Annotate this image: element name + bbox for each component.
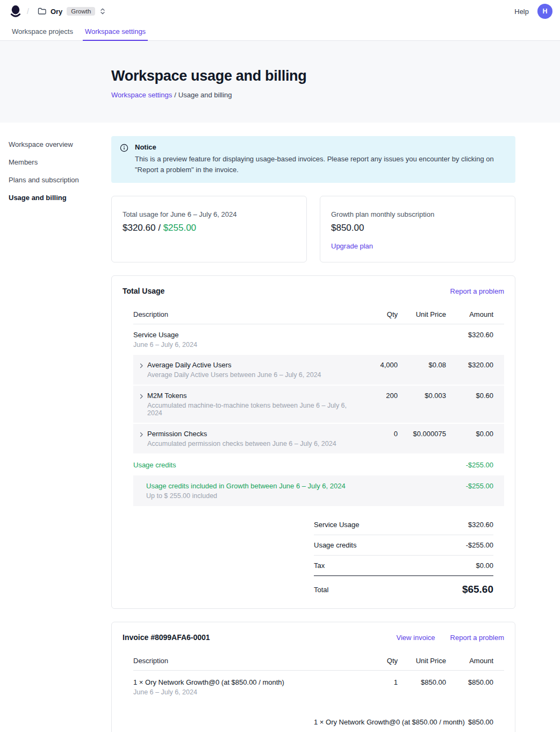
folder-icon [38,8,46,15]
unfold-chevrons-icon[interactable] [99,8,106,15]
row-subtitle: June 6 – July 6, 2024 [133,688,355,696]
usage-credit-amount: $255.00 [163,223,196,233]
info-icon [120,144,128,175]
sidebar-item-plans-and-subscription[interactable]: Plans and subscription [9,173,111,187]
workspace-name: Ory [51,8,62,16]
row-amount: $0.60 [446,392,493,400]
notice-banner: Notice This is a preview feature for dis… [111,136,515,183]
total-usage-label: Total usage for June 6 – July 6, 2024 [123,210,296,218]
view-invoice-link[interactable]: View invoice [397,634,435,642]
usage-total-line: Total $65.60 [314,576,493,595]
content-area: Workspace overview Members Plans and sub… [0,123,560,732]
plan-subscription-label: Growth plan monthly subscription [331,210,504,218]
col-description: Description [133,657,355,665]
notice-title: Notice [135,143,495,151]
avatar[interactable]: H [537,4,552,19]
help-link[interactable]: Help [514,8,529,16]
table-row-usage-credits: Usage credits -$255.00 [133,454,504,475]
tab-workspace-projects[interactable]: Workspace projects [10,23,75,41]
usage-report-problem-link[interactable]: Report a problem [450,287,504,295]
total-value: $65.60 [462,584,493,595]
summary-label: Usage credits [314,541,356,549]
chevron-right-icon[interactable] [139,431,144,447]
page-header: Workspace usage and billing Workspace se… [0,41,560,123]
chevron-right-icon[interactable] [139,393,144,417]
row-amount: $0.00 [446,430,493,438]
row-unit-price: $850.00 [398,678,446,686]
sidebar-item-usage-and-billing[interactable]: Usage and billing [9,190,111,205]
invoice-card-title: Invoice #8099AFA6-0001 [123,633,210,642]
plan-subscription-card: Growth plan monthly subscription $850.00… [320,196,515,262]
row-name: Usage credits [133,461,355,469]
row-subtitle: Up to $ 255.00 included [133,492,355,500]
invoice-card: Invoice #8099AFA6-0001 View invoice Repo… [111,622,515,732]
usage-table-header: Description Qty Unit Price Amount [133,305,504,324]
sidebar-item-members[interactable]: Members [9,155,111,169]
page-title: Workspace usage and billing [111,68,560,84]
row-amount: $850.00 [446,678,493,686]
upgrade-plan-link[interactable]: Upgrade plan [331,242,373,250]
row-qty: 4,000 [355,361,398,369]
row-subtitle: Average Daily Active Users between June … [147,371,321,379]
total-label: Total [314,586,328,594]
settings-sidebar: Workspace overview Members Plans and sub… [9,136,111,732]
sidebar-item-workspace-overview[interactable]: Workspace overview [9,137,111,152]
topbar-separator: / [27,7,29,16]
summary-cards-row: Total usage for June 6 – July 6, 2024 $3… [111,196,515,262]
col-amount: Amount [446,657,493,665]
usage-summary: Service Usage $320.60 Usage credits -$25… [314,515,504,595]
usage-amount-separator: / [155,223,163,233]
total-usage-amount: $320.60 / $255.00 [123,223,296,233]
chevron-right-icon[interactable] [139,363,144,379]
notice-body: This is a preview feature for displaying… [135,154,495,175]
topbar: / Ory Growth Help H [0,0,560,23]
table-row-permission-checks[interactable]: Permission Checks Accumulated permission… [133,424,504,454]
row-unit-price: $0.000075 [398,430,446,438]
row-amount: -$255.00 [446,482,493,490]
summary-value: $850.00 [468,718,493,726]
table-row-m2m-tokens[interactable]: M2M Tokens Accumulated machine-to-machin… [133,386,504,424]
breadcrumb-workspace-settings-link[interactable]: Workspace settings [111,91,172,99]
plan-badge: Growth [67,7,95,16]
usage-table: Description Qty Unit Price Amount Servic… [133,305,504,506]
row-qty: 0 [355,430,398,438]
summary-label: 1 × Ory Network Growth@0 (at $850.00 / m… [314,718,465,726]
row-subtitle: June 6 – July 6, 2024 [133,341,355,349]
row-subtitle: Accumulated permission checks between Ju… [147,440,336,447]
workspace-tabs: Workspace projects Workspace settings [0,23,560,41]
row-name: M2M Tokens [147,392,355,400]
col-unit-price: Unit Price [398,310,446,318]
row-name: Permission Checks [147,430,336,438]
invoice-summary: 1 × Ory Network Growth@0 (at $850.00 / m… [314,712,504,732]
main-panel: Notice This is a preview feature for dis… [111,136,515,732]
col-qty: Qty [355,310,398,318]
invoice-table: Description Qty Unit Price Amount 1 × Or… [133,651,504,703]
table-row-service-usage: Service Usage June 6 – July 6, 2024 $320… [133,324,504,355]
row-name: 1 × Ory Network Growth@0 (at $850.00 / m… [133,678,355,686]
row-amount: -$255.00 [446,461,493,469]
row-amount: $320.00 [446,361,493,369]
col-unit-price: Unit Price [398,657,446,665]
workspace-switcher[interactable]: Ory Growth [34,5,109,18]
summary-value: $320.60 [468,521,493,529]
invoice-table-header: Description Qty Unit Price Amount [133,651,504,671]
plan-subscription-amount: $850.00 [331,223,504,233]
row-qty: 200 [355,392,398,400]
row-amount: $320.60 [446,331,493,339]
col-amount: Amount [446,310,493,318]
usage-card-title: Total Usage [123,287,164,295]
total-usage-card: Total usage for June 6 – July 6, 2024 $3… [111,196,307,262]
summary-line-service-usage: Service Usage $320.60 [314,515,493,535]
table-row-usage-credits-detail: Usage credits included in Growth between… [133,475,504,506]
table-row-average-daily-active-users[interactable]: Average Daily Active Users Average Daily… [133,355,504,386]
table-row-ory-network-growth: 1 × Ory Network Growth@0 (at $850.00 / m… [133,671,504,703]
tab-workspace-settings[interactable]: Workspace settings [83,23,148,41]
row-name: Service Usage [133,331,355,339]
invoice-report-problem-link[interactable]: Report a problem [450,634,504,642]
row-name: Average Daily Active Users [147,361,321,369]
col-description: Description [133,310,355,318]
row-unit-price: $0.08 [398,361,446,369]
usage-amount: $320.60 [123,223,155,233]
breadcrumb: Workspace settings/Usage and billing [111,91,560,99]
ory-logo-icon[interactable] [10,5,21,18]
